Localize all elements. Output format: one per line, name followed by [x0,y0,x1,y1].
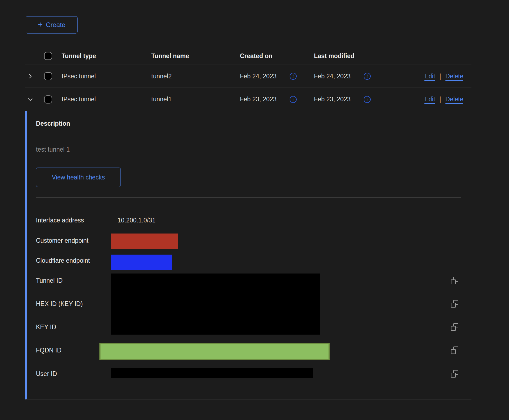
chevron-right-icon[interactable] [27,73,33,79]
delete-link[interactable]: Delete [446,96,463,103]
info-icon[interactable]: i [290,96,297,103]
copy-icon[interactable] [451,277,458,284]
interface-address-value: 10.200.1.0/31 [118,216,156,224]
action-separator: | [440,96,441,103]
field-label-cloudflare-endpoint: Cloudflare endpoint [36,257,90,264]
field-label-customer-endpoint: Customer endpoint [36,237,88,244]
field-label-key-id: KEY ID [36,323,56,331]
select-all-checkbox[interactable] [44,52,52,60]
create-button-label: Create [46,21,65,29]
copy-icon[interactable] [451,370,458,378]
tunnel-type-cell: IPsec tunnel [62,96,151,103]
last-modified-value: Feb 24, 2023 [314,73,357,80]
copy-icon[interactable] [451,346,458,354]
table-row: IPsec tunnel tunnel1 Feb 23, 2023 i Feb … [25,88,471,111]
header-last-modified: Last modified [314,52,416,60]
header-tunnel-type: Tunnel type [62,52,151,60]
tunnel-name-cell: tunnel2 [151,73,240,80]
plus-icon: + [38,21,43,29]
chevron-down-icon[interactable] [27,96,33,102]
field-label-fqdn-id: FQDN ID [36,346,62,354]
table-header-row: Tunnel type Tunnel name Created on Last … [25,47,471,65]
customer-endpoint-redacted-value [111,234,178,249]
created-on-value: Feb 23, 2023 [240,96,283,103]
edit-link[interactable]: Edit [424,96,435,103]
created-on-value: Feb 24, 2023 [240,73,283,80]
row-checkbox[interactable] [44,72,52,80]
description-heading: Description [36,120,70,127]
info-icon[interactable]: i [364,96,371,103]
info-icon[interactable]: i [364,73,371,80]
info-icon[interactable]: i [290,73,297,80]
tunnel-type-cell: IPsec tunnel [62,73,151,80]
panel-divider [36,198,461,198]
row-checkbox[interactable] [44,95,52,104]
header-created-on: Created on [240,52,314,60]
last-modified-value: Feb 23, 2023 [314,96,357,103]
description-value: test tunnel 1 [36,146,70,153]
cloudflare-endpoint-redacted-value [111,255,172,270]
tunnels-table: Tunnel type Tunnel name Created on Last … [25,47,471,111]
header-checkbox-cell [44,52,62,60]
action-separator: | [440,73,441,80]
field-label-interface-address: Interface address [36,216,84,224]
delete-link[interactable]: Delete [446,73,463,80]
field-label-tunnel-id: Tunnel ID [36,277,63,284]
field-label-hex-id: HEX ID (KEY ID) [36,300,83,308]
ids-redacted-value [111,274,320,335]
copy-icon[interactable] [451,323,458,331]
edit-link[interactable]: Edit [424,73,435,80]
expanded-tunnel-panel: Description test tunnel 1 View health ch… [25,111,471,399]
tunnel-name-cell: tunnel1 [151,96,240,103]
field-label-user-id: User ID [36,370,57,378]
copy-icon[interactable] [451,300,458,308]
user-id-redacted-value [111,368,313,378]
create-button[interactable]: + Create [26,16,78,34]
fqdn-id-redacted-value [99,343,330,360]
header-tunnel-name: Tunnel name [151,52,240,60]
view-health-checks-button[interactable]: View health checks [36,168,121,187]
table-row: IPsec tunnel tunnel2 Feb 24, 2023 i Feb … [25,65,471,88]
